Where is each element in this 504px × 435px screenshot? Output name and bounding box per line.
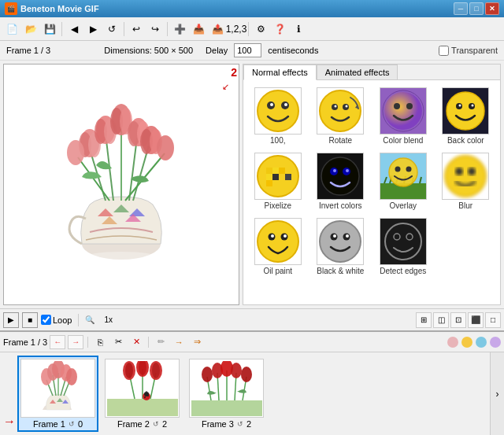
stop-button[interactable]: ■ xyxy=(22,312,38,328)
effect-bw[interactable]: Black & white xyxy=(311,216,371,278)
effect-color-blend[interactable]: Color blend xyxy=(373,85,433,147)
pb-icon-4[interactable]: ⬛ xyxy=(468,312,484,328)
effect-thumb-normal xyxy=(254,87,302,135)
loop-checkbox[interactable] xyxy=(41,315,51,325)
svg-point-68 xyxy=(321,157,359,195)
svg-point-121 xyxy=(125,363,133,378)
new-button[interactable]: 📄 xyxy=(3,20,20,38)
loop-label: Loop xyxy=(53,315,72,325)
open-button[interactable]: 📂 xyxy=(22,20,39,38)
svg-point-37 xyxy=(320,90,361,131)
frame-next-button[interactable]: → xyxy=(68,335,83,349)
top-section: Frame 1 / 3 Dimensions: 500 × 500 Delay … xyxy=(0,41,504,330)
effect-rotate[interactable]: Rotate xyxy=(311,85,371,147)
frame-item-2[interactable]: Frame 2 ↺ 2 xyxy=(102,356,183,432)
cut-frame-button[interactable]: ✂ xyxy=(110,335,126,349)
frame-image-1 xyxy=(20,359,95,418)
export-button[interactable]: 📤 xyxy=(209,20,226,38)
undo-button[interactable]: ↩ xyxy=(128,20,145,38)
transparent-checkbox[interactable] xyxy=(439,46,449,56)
svg-rect-60 xyxy=(279,174,285,180)
maximize-button[interactable]: □ xyxy=(469,2,484,15)
delay-input[interactable] xyxy=(234,43,261,57)
effect-overlay[interactable]: Overlay xyxy=(373,150,433,212)
close-button[interactable]: ✕ xyxy=(485,2,499,15)
sep4 xyxy=(248,22,249,36)
svg-point-82 xyxy=(395,167,400,172)
svg-rect-61 xyxy=(285,174,291,180)
pb-icon-3[interactable]: ⊡ xyxy=(450,312,466,328)
effect-thumb-bw xyxy=(317,218,364,265)
frame-1-label-row: Frame 1 ↺ 0 xyxy=(33,419,83,429)
dot-colors xyxy=(447,337,501,348)
arrow-frame-button[interactable]: → xyxy=(171,335,187,349)
scroll-right-button[interactable]: › xyxy=(490,352,504,435)
tab-normal-effects[interactable]: Normal effects xyxy=(243,65,317,80)
svg-rect-63 xyxy=(272,180,279,186)
effect-thumb-color-blend xyxy=(380,87,427,135)
effect-normal[interactable]: 100, xyxy=(248,85,308,147)
bottom-section: Frame 1 / 3 ← → ⎘ ✂ ✕ ✏ → ⇒ → xyxy=(0,330,504,435)
tab-animated-effects[interactable]: Animated effects xyxy=(317,65,398,79)
effect-back-color[interactable]: Back color xyxy=(436,85,496,147)
minimize-button[interactable]: ─ xyxy=(454,2,468,15)
frame-2-delay: 2 xyxy=(162,419,167,429)
effect-thumb-oil-paint xyxy=(254,218,302,265)
sep2 xyxy=(124,22,124,36)
svg-point-129 xyxy=(144,396,146,398)
effect-detect-edges[interactable]: Detect edges xyxy=(373,216,433,278)
svg-rect-116 xyxy=(107,399,178,416)
arrow2-frame-button[interactable]: ⇒ xyxy=(189,335,205,349)
effect-invert[interactable]: Invert colors xyxy=(311,150,371,212)
effect-pixelize[interactable]: Pixelize xyxy=(248,150,308,212)
svg-point-32 xyxy=(258,90,298,131)
effect-blur[interactable]: Blur xyxy=(436,150,496,212)
effects-tabs: Normal effects Animated effects xyxy=(243,65,500,80)
main-content: Frame 1 / 3 Dimensions: 500 × 500 Delay … xyxy=(0,41,504,435)
save-button[interactable]: 💾 xyxy=(41,20,58,38)
copy-frame-button[interactable]: ⎘ xyxy=(92,335,108,349)
effect-thumb-invert xyxy=(317,153,364,200)
frame-3-delay: 2 xyxy=(246,419,251,429)
refresh-button[interactable]: ↺ xyxy=(103,20,120,38)
effect-label-invert: Invert colors xyxy=(319,201,361,210)
svg-point-86 xyxy=(468,168,476,175)
delete-frame-button[interactable]: ✕ xyxy=(128,335,144,349)
pb-icon-5[interactable]: □ xyxy=(485,312,501,328)
svg-point-138 xyxy=(202,367,213,382)
refresh-icon-1: ↺ xyxy=(69,420,75,428)
back-button[interactable]: ◀ xyxy=(65,20,83,38)
effect-label-blur: Blur xyxy=(458,201,472,210)
svg-point-46 xyxy=(406,103,413,109)
frame-item-3[interactable]: Frame 3 ↺ 2 xyxy=(186,356,267,432)
frame-prev-button[interactable]: ← xyxy=(50,335,65,349)
refresh-icon-2: ↺ xyxy=(153,420,159,428)
svg-point-114 xyxy=(66,368,77,385)
pb-icon-2[interactable]: ◫ xyxy=(433,312,449,328)
settings-button[interactable]: ⚙ xyxy=(252,20,269,38)
playback-bar: ▶ ■ Loop 🔍 1x ⊞ ◫ ⊡ ⬛ □ xyxy=(0,308,504,330)
delay-label: Delay xyxy=(206,46,228,55)
pb-icon-1[interactable]: ⊞ xyxy=(416,312,432,328)
frame-item-1[interactable]: Frame 1 ↺ 0 xyxy=(17,356,98,432)
effect-thumb-blur xyxy=(442,153,489,200)
effect-oil-paint[interactable]: Oil paint xyxy=(248,216,308,278)
effect-label-color-blend: Color blend xyxy=(383,136,423,145)
svg-point-92 xyxy=(320,221,361,262)
import-button[interactable]: 📥 xyxy=(190,20,207,38)
forward-button[interactable]: ▶ xyxy=(84,20,102,38)
effect-label-back-color: Back color xyxy=(447,136,484,145)
loop-check[interactable]: Loop xyxy=(41,315,72,325)
play-button[interactable]: ▶ xyxy=(3,312,19,328)
add-frame-button[interactable]: ➕ xyxy=(171,20,188,38)
redo-button[interactable]: ↪ xyxy=(146,20,164,38)
pencil-tool-button[interactable]: ✏ xyxy=(153,335,169,349)
svg-point-95 xyxy=(333,234,336,238)
help-button[interactable]: ❓ xyxy=(271,20,288,38)
transparent-check[interactable]: Transparent xyxy=(439,46,498,56)
svg-rect-132 xyxy=(191,400,262,416)
number-button[interactable]: 1,2,3 xyxy=(228,20,245,38)
info-button[interactable]: ℹ xyxy=(290,20,307,38)
canvas-area: 2 ↙ xyxy=(3,64,239,305)
effects-grid: 100, xyxy=(243,80,500,282)
